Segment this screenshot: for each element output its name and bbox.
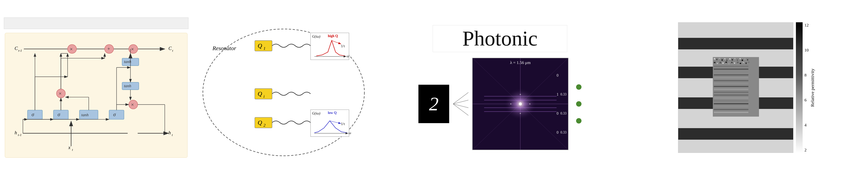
- svg-rect-98: [721, 59, 723, 61]
- svg-rect-107: [744, 59, 746, 60]
- svg-rect-136: [714, 106, 748, 107]
- svg-rect-137: [714, 109, 748, 110]
- svg-rect-109: [714, 62, 715, 63]
- connector-lines: [453, 85, 468, 123]
- svg-rect-108: [747, 59, 748, 61]
- svg-point-82: [529, 103, 530, 105]
- permittivity-panel: 12 10 8 6 4 2 Relative permittivity: [625, 0, 868, 175]
- photonic-image-row: 2 λ = 1.56 μm: [418, 58, 582, 150]
- x-t-label: x: [68, 145, 70, 150]
- qi-wavy-line: [272, 92, 311, 95]
- colorbar-label-10: 10: [805, 48, 809, 53]
- lambda-label: λ = 1.56 μm: [510, 60, 531, 65]
- svg-text:ω: ω: [347, 54, 349, 58]
- svg-rect-105: [739, 58, 741, 59]
- svg-rect-115: [731, 62, 733, 63]
- photonic-title-box: Photonic: [433, 25, 567, 52]
- svg-text:G(iω): G(iω): [312, 35, 320, 39]
- svg-point-83: [520, 94, 521, 95]
- svg-text:Q: Q: [258, 42, 262, 49]
- svg-text:1/τ: 1/τ: [341, 44, 345, 48]
- scatter-image: λ = 1.56 μm: [472, 58, 568, 150]
- svg-rect-128: [714, 83, 748, 84]
- h-t-label: h: [168, 130, 171, 135]
- green-dot-1: [576, 84, 582, 90]
- colorbar-label-12: 12: [805, 23, 809, 28]
- svg-text:t: t: [172, 49, 173, 53]
- svg-rect-93: [678, 128, 794, 140]
- svg-rect-100: [726, 60, 727, 61]
- svg-rect-114: [728, 63, 730, 64]
- q2-wavy-line: [272, 121, 311, 124]
- svg-text:i: i: [264, 94, 265, 99]
- colorbar-svg: [795, 22, 805, 153]
- svg-text:tanh: tanh: [124, 83, 131, 88]
- permittivity-image: [678, 22, 794, 153]
- svg-point-81: [510, 103, 511, 105]
- lstm-panel: C t-1 C t + × × tanh σ: [0, 0, 192, 175]
- svg-rect-129: [714, 86, 748, 87]
- svg-rect-90: [678, 38, 794, 49]
- svg-rect-126: [714, 77, 748, 78]
- svg-text:1: 1: [264, 46, 266, 51]
- svg-text:×: ×: [70, 46, 73, 52]
- svg-text:t-1: t-1: [18, 49, 22, 53]
- svg-text:t-1: t-1: [18, 133, 22, 137]
- svg-rect-121: [748, 62, 749, 63]
- svg-rect-131: [714, 92, 748, 93]
- svg-text:ω: ω: [349, 131, 351, 135]
- svg-text:tanh: tanh: [81, 112, 89, 117]
- resonator-label: Resonator: [212, 45, 236, 51]
- output-val-1: 1: [557, 92, 559, 97]
- svg-rect-135: [714, 103, 748, 104]
- svg-rect-124: [714, 71, 748, 73]
- svg-text:Q: Q: [258, 119, 262, 126]
- svg-rect-117: [737, 62, 739, 63]
- svg-rect-139: [796, 22, 803, 153]
- svg-rect-119: [743, 62, 744, 63]
- svg-text:×: ×: [131, 46, 134, 52]
- svg-text:2: 2: [264, 123, 266, 128]
- svg-point-84: [520, 113, 521, 114]
- svg-rect-132: [714, 95, 748, 96]
- output-val-3: 0: [557, 130, 559, 135]
- lstm-diagram: C t-1 C t + × × tanh σ: [5, 33, 187, 158]
- svg-rect-97: [719, 58, 720, 59]
- svg-rect-123: [714, 69, 748, 70]
- svg-text:t: t: [172, 133, 173, 137]
- digit-box: 2: [418, 85, 449, 123]
- svg-text:1/τ: 1/τ: [341, 122, 345, 126]
- scatter-svg: [473, 58, 568, 150]
- svg-rect-95: [714, 58, 715, 60]
- svg-rect-127: [714, 80, 748, 81]
- svg-text:high Q: high Q: [328, 34, 338, 38]
- svg-text:×: ×: [59, 91, 62, 97]
- photonic-title: Photonic: [462, 26, 537, 51]
- green-dots-container: [576, 84, 582, 124]
- svg-text:σ: σ: [113, 111, 116, 117]
- photonic-panel: Photonic 2 λ = 1.56 μm: [375, 0, 625, 175]
- svg-rect-102: [732, 59, 733, 61]
- green-dot-3: [576, 118, 582, 124]
- green-dot-2: [576, 101, 582, 107]
- svg-text:t: t: [72, 148, 73, 151]
- output-dec-2: 0.33: [561, 111, 567, 115]
- svg-text:×: ×: [131, 102, 134, 107]
- colorbar-label-6: 6: [805, 98, 809, 103]
- svg-point-80: [519, 102, 522, 105]
- colorbar-label-4: 4: [805, 123, 809, 128]
- sigma-box-1: [28, 110, 42, 119]
- colorbar-wrapper: 12 10 8 6 4 2 Relative permittivity: [795, 22, 815, 153]
- svg-rect-106: [742, 60, 743, 61]
- svg-rect-96: [716, 59, 717, 60]
- svg-text:low Q: low Q: [328, 111, 337, 115]
- svg-rect-110: [717, 63, 718, 64]
- output-dec-1: 0.33: [561, 93, 567, 97]
- svg-rect-103: [734, 58, 736, 59]
- svg-rect-116: [734, 63, 735, 64]
- digit-2: 2: [429, 93, 439, 115]
- lstm-title-bar: [4, 18, 188, 29]
- c-t-label: C: [168, 45, 172, 51]
- c-t-minus-1-label: C: [14, 45, 18, 51]
- svg-text:Q: Q: [258, 90, 262, 97]
